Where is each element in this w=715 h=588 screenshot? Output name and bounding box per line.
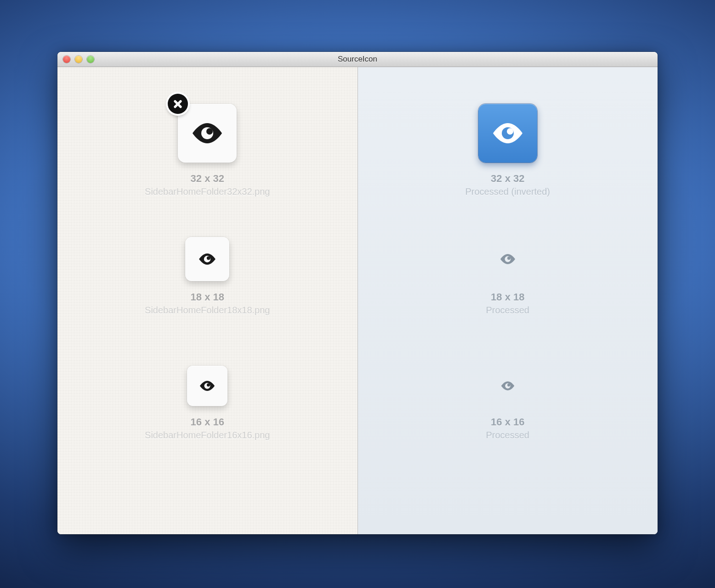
- processed-item-18: 18 x 18 Processed: [358, 237, 658, 316]
- app-window: SourceIcon 32 x 32 SidebarHomeFolder: [57, 52, 658, 534]
- eye-icon: [500, 381, 515, 391]
- source-item-16: 16 x 16 SidebarHomeFolder16x16.png: [57, 366, 358, 441]
- eye-icon: [178, 104, 237, 163]
- processed-icon-18[interactable]: [358, 237, 658, 281]
- svg-point-1: [206, 128, 213, 135]
- source-icon-tile-32[interactable]: [178, 104, 237, 163]
- source-icon-tile-16[interactable]: [187, 366, 227, 406]
- source-item-18: 18 x 18 SidebarHomeFolder18x18.png: [57, 237, 358, 316]
- processed-item-16: 16 x 16 Processed: [358, 366, 658, 441]
- filename-label: SidebarHomeFolder16x16.png: [57, 430, 358, 441]
- processed-pane: 32 x 32 Processed (inverted) 18 x 18 Pro…: [358, 67, 658, 534]
- title-bar[interactable]: SourceIcon: [57, 52, 658, 67]
- status-label: Processed: [358, 305, 658, 316]
- size-label: 18 x 18: [358, 291, 658, 303]
- processed-icon-16[interactable]: [358, 366, 658, 406]
- svg-point-9: [507, 257, 511, 260]
- size-label: 32 x 32: [57, 173, 358, 185]
- size-label: 16 x 16: [57, 416, 358, 428]
- size-label: 32 x 32: [358, 173, 658, 185]
- zoom-window-button[interactable]: [87, 56, 94, 63]
- eye-icon: [187, 366, 227, 406]
- eye-icon: [478, 104, 537, 163]
- content-area: 32 x 32 SidebarHomeFolder32x32.png 18 x …: [57, 67, 658, 534]
- size-label: 18 x 18: [57, 291, 358, 303]
- processed-item-32: 32 x 32 Processed (inverted): [358, 104, 658, 197]
- svg-point-11: [507, 384, 510, 386]
- eye-icon: [499, 254, 516, 265]
- source-item-32: 32 x 32 SidebarHomeFolder32x32.png: [57, 104, 358, 197]
- remove-source-button[interactable]: [168, 94, 188, 114]
- status-label: Processed: [358, 430, 658, 441]
- svg-point-5: [207, 384, 210, 387]
- eye-icon: [185, 237, 229, 281]
- filename-label: SidebarHomeFolder32x32.png: [57, 187, 358, 197]
- processed-icon-tile-32[interactable]: [478, 104, 537, 163]
- status-label: Processed (inverted): [358, 187, 658, 197]
- close-window-button[interactable]: [63, 56, 70, 63]
- svg-point-7: [507, 128, 513, 135]
- source-icon-tile-18[interactable]: [185, 237, 229, 281]
- size-label: 16 x 16: [358, 416, 658, 428]
- minimize-window-button[interactable]: [75, 56, 82, 63]
- traffic-lights: [63, 56, 94, 63]
- source-pane: 32 x 32 SidebarHomeFolder32x32.png 18 x …: [57, 67, 358, 534]
- window-title: SourceIcon: [57, 55, 658, 64]
- svg-point-3: [207, 256, 210, 260]
- filename-label: SidebarHomeFolder18x18.png: [57, 305, 358, 316]
